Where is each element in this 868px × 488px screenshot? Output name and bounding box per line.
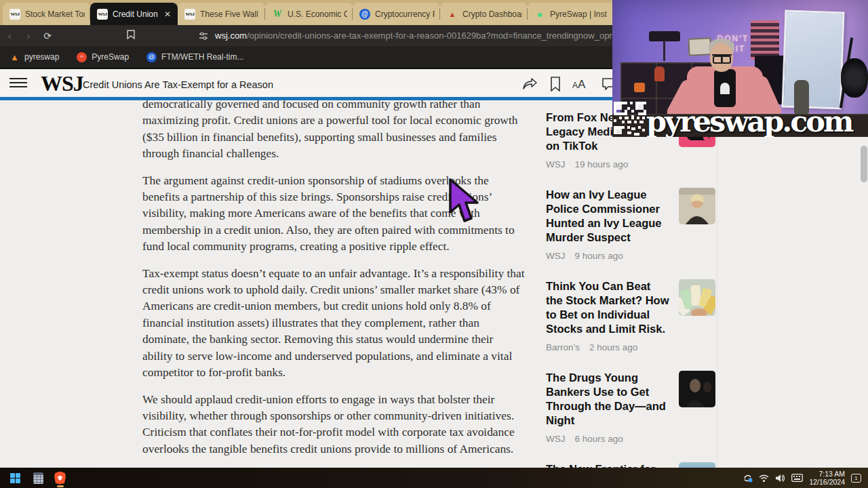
calculator-app-icon[interactable]: [31, 471, 45, 485]
mouse-cursor: [448, 178, 483, 224]
source-label: WSJ: [546, 251, 566, 261]
pyreswap-watermark: pyreswap.com: [646, 104, 867, 137]
bookmark-ftm-weth[interactable]: @ FTM/WETH Real-tim...: [146, 52, 243, 62]
flame-icon: ▲: [9, 52, 20, 62]
tab-cryptocurrency-prices[interactable]: @ Cryptocurrency Pr: [353, 3, 440, 25]
site-settings-icon[interactable]: [199, 31, 208, 41]
keyboard-icon[interactable]: [791, 474, 803, 482]
article-thumbnail: [679, 462, 715, 468]
text-size-icon[interactable]: A A: [572, 77, 590, 92]
start-button[interactable]: [8, 471, 22, 485]
tab-close-icon[interactable]: ✕: [163, 9, 172, 19]
webcam-overlay: DON'T QUIT pyreswap.com: [612, 0, 868, 137]
bookmark-icon[interactable]: [550, 77, 561, 92]
article-paragraph: democratically governed and focused on c…: [142, 96, 526, 162]
investing-favicon-icon: W: [272, 9, 283, 20]
share-icon[interactable]: [522, 77, 538, 92]
glasses: [712, 54, 732, 60]
chart-site-icon: @: [146, 52, 157, 62]
article-paragraph: We should applaud credit-union efforts t…: [142, 391, 526, 458]
source-label: WSJ: [546, 159, 566, 169]
wsj-logo[interactable]: WSJ: [41, 71, 83, 96]
wsj-favicon-icon: WSJ: [97, 9, 108, 20]
sync-icon[interactable]: [743, 473, 753, 483]
svg-text:A: A: [572, 81, 578, 90]
url-path: /opinion/credit-unions-are-tax-exempt-fo…: [247, 30, 656, 41]
article-body: democratically governed and focused on c…: [142, 96, 526, 467]
scrollbar-thumb[interactable]: [861, 146, 867, 182]
lamp: [649, 31, 680, 41]
bookmark-pyreswap[interactable]: ▲ pyreswap: [9, 52, 59, 62]
sidebar-article-ivy-league[interactable]: How an Ivy League Police Commissioner Hu…: [546, 188, 715, 261]
svg-text:A: A: [578, 78, 586, 91]
sidebar-article-drone-warfare[interactable]: The New Frontier for Drone Warfare Is De…: [546, 462, 715, 468]
wreath: [841, 58, 868, 98]
bookmark-flag-icon[interactable]: [121, 30, 140, 41]
sidebar-article-drugs-bankers[interactable]: The Drugs Young Bankers Use to Get Throu…: [546, 371, 715, 444]
article-thumbnail: [679, 279, 715, 316]
poster: [751, 20, 779, 60]
timestamp: 19 hours ago: [575, 159, 629, 169]
timestamp: 2 hours ago: [589, 342, 637, 352]
url-domain: wsj.com: [215, 30, 247, 41]
sidebar-article-stock-market[interactable]: Think You Can Beat the Stock Market? How…: [546, 279, 715, 352]
brave-browser-taskbar-icon[interactable]: [54, 468, 66, 488]
most-popular-sidebar: From Fox News… Legacy Media Wants In on …: [546, 110, 715, 468]
article-title: Credit Unions Are Tax-Exempt for a Reaso…: [83, 79, 273, 90]
article-paragraph: Tax-exempt status doesn’t equate to an u…: [142, 265, 526, 381]
sidebar-divider: [717, 100, 717, 466]
wifi-icon[interactable]: [759, 474, 769, 483]
crypto-red-favicon-icon: ▲: [447, 9, 458, 20]
wsj-favicon-icon: WSJ: [184, 9, 195, 20]
reload-icon[interactable]: ⟳: [38, 30, 57, 41]
reddit-icon: ᴖ: [77, 52, 87, 62]
forward-icon[interactable]: ›: [19, 30, 38, 41]
tab-credit-unions-active[interactable]: WSJ Credit Unions ✕: [90, 3, 178, 25]
pyreswap-favicon-icon: ●: [534, 9, 545, 20]
tab-crypto-dashboard[interactable]: ▲ Crypto Dashboard: [440, 3, 528, 25]
back-icon[interactable]: ‹: [0, 30, 19, 41]
notification-center-icon[interactable]: 1: [851, 474, 861, 483]
volume-icon[interactable]: [775, 474, 785, 483]
light-panel: [782, 10, 845, 110]
wsj-favicon-icon: WSJ: [9, 9, 20, 20]
active-app-indicator: [57, 485, 64, 487]
windows-taskbar: 7:13 AM 12/16/2024 1: [0, 468, 868, 488]
source-label: WSJ: [546, 434, 566, 444]
tab-us-economic-calendar[interactable]: W U.S. Economic Cal: [265, 3, 353, 25]
timestamp: 6 hours ago: [575, 434, 623, 444]
bookmark-pyreswap-reddit[interactable]: ᴖ PyreSwap: [77, 52, 129, 62]
shirt-graphic: [720, 83, 730, 94]
taskbar-clock[interactable]: 7:13 AM 12/16/2024: [809, 470, 845, 486]
menu-icon[interactable]: [9, 78, 27, 89]
qr-code: [614, 102, 646, 137]
article-thumbnail: [679, 188, 715, 224]
timestamp: 9 hours ago: [575, 251, 623, 261]
source-label: Barron’s: [546, 342, 580, 352]
tab-stock-market[interactable]: WSJ Stock Market Toda: [3, 3, 90, 25]
tab-these-five-wall-st[interactable]: WSJ These Five Wall St: [178, 3, 265, 25]
article-thumbnail: [679, 371, 715, 407]
tab-pyreswap[interactable]: ● PyreSwap | Inst: [528, 3, 615, 25]
crypto-blue-favicon-icon: @: [359, 9, 370, 20]
